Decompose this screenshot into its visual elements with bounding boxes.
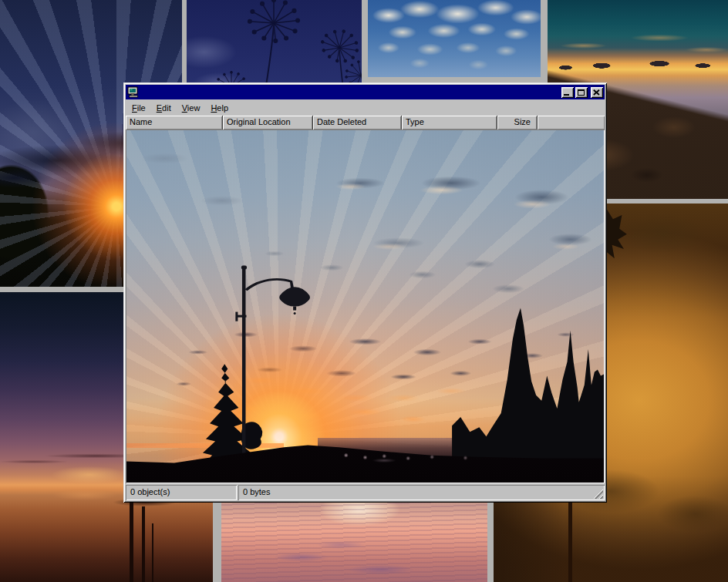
column-header-type[interactable]: Type [402,116,497,130]
wallpaper-blue-sky-clouds-photo [368,0,541,77]
minimize-icon [564,94,569,96]
street-lamp-sunset-photo [126,130,604,483]
water-ripples [221,500,487,582]
lake-pole [152,523,153,582]
close-x-icon [593,89,600,96]
status-total-size-text: 0 bytes [243,487,270,496]
recycle-bin-window: File Edit View Help Name Original Locati… [123,82,607,503]
column-header-size[interactable]: Size [497,116,538,130]
maximize-icon [578,89,585,96]
photo-silhouettes [126,130,604,483]
maximize-button[interactable] [575,87,588,98]
menu-bar: File Edit View Help [126,100,605,116]
photo-town-lights [126,447,604,468]
menu-help[interactable]: Help [205,101,234,115]
column-header-blank[interactable] [538,116,605,130]
file-list-view[interactable] [126,130,605,483]
menu-view[interactable]: View [177,101,206,115]
status-bar: 0 object(s) 0 bytes [126,485,605,500]
column-header-name[interactable]: Name [126,116,223,130]
column-header-date-deleted[interactable]: Date Deleted [313,116,402,130]
status-total-size: 0 bytes [238,485,605,500]
lake-pole [142,506,145,582]
minimize-button[interactable] [561,87,574,98]
column-header-original-location[interactable]: Original Location [223,116,313,130]
menu-edit[interactable]: Edit [151,101,177,115]
menu-file[interactable]: File [126,101,151,115]
column-header-row: Name Original Location Date Deleted Type… [126,116,605,130]
desktop[interactable]: File Edit View Help Name Original Locati… [0,0,728,582]
status-object-count: 0 object(s) [126,485,237,500]
title-bar[interactable] [126,85,605,99]
resize-grip[interactable] [593,489,603,499]
computer-monitor-icon[interactable] [127,86,140,98]
close-button[interactable] [591,87,603,98]
lake-pole [130,501,133,582]
